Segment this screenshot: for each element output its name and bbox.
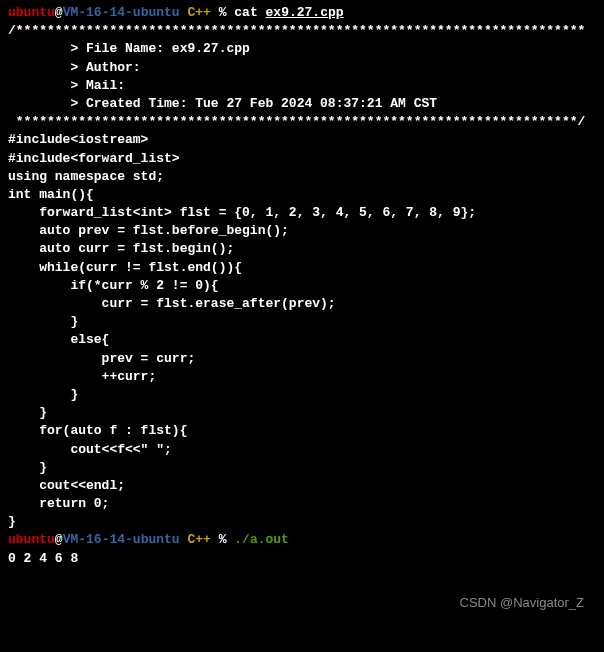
prompt-symbol: % [219, 5, 227, 20]
mail-line: > Mail: [8, 77, 596, 95]
hostname: VM-16-14-ubuntu [63, 5, 180, 20]
code-line: } [8, 386, 596, 404]
comment-border-top: /***************************************… [8, 22, 596, 40]
user: ubuntu [8, 532, 55, 547]
at-symbol: @ [55, 532, 63, 547]
code-line: } [8, 513, 596, 531]
code-line: while(curr != flst.end()){ [8, 259, 596, 277]
directory: C++ [187, 532, 210, 547]
code-line: } [8, 404, 596, 422]
program-output: 0 2 4 6 8 [8, 550, 596, 568]
command-arg: ex9.27.cpp [266, 5, 344, 20]
code-line: if(*curr % 2 != 0){ [8, 277, 596, 295]
author-line: > Author: [8, 59, 596, 77]
file-name-line: > File Name: ex9.27.cpp [8, 40, 596, 58]
at-symbol: @ [55, 5, 63, 20]
watermark: CSDN @Navigator_Z [460, 594, 584, 612]
code-line: else{ [8, 331, 596, 349]
code-line: auto prev = flst.before_begin(); [8, 222, 596, 240]
command: ./a.out [234, 532, 289, 547]
directory: C++ [187, 5, 210, 20]
code-line: #include<forward_list> [8, 150, 596, 168]
code-line: cout<<f<<" "; [8, 441, 596, 459]
code-line: curr = flst.erase_after(prev); [8, 295, 596, 313]
code-line: ++curr; [8, 368, 596, 386]
created-time-line: > Created Time: Tue 27 Feb 2024 08:37:21… [8, 95, 596, 113]
comment-border-bottom: ****************************************… [8, 113, 596, 131]
code-line: } [8, 313, 596, 331]
code-line: cout<<endl; [8, 477, 596, 495]
prompt-line-2[interactable]: ubuntu@VM-16-14-ubuntu C++ % ./a.out [8, 531, 596, 549]
prompt-symbol: % [219, 532, 227, 547]
command: cat [234, 5, 257, 20]
code-line: return 0; [8, 495, 596, 513]
code-line: using namespace std; [8, 168, 596, 186]
hostname: VM-16-14-ubuntu [63, 532, 180, 547]
prompt-line-1[interactable]: ubuntu@VM-16-14-ubuntu C++ % cat ex9.27.… [8, 4, 596, 22]
code-line: int main(){ [8, 186, 596, 204]
user: ubuntu [8, 5, 55, 20]
code-line: } [8, 459, 596, 477]
code-line: forward_list<int> flst = {0, 1, 2, 3, 4,… [8, 204, 596, 222]
code-line: #include<iostream> [8, 131, 596, 149]
code-line: prev = curr; [8, 350, 596, 368]
terminal-output: ubuntu@VM-16-14-ubuntu C++ % cat ex9.27.… [8, 4, 596, 568]
code-line: for(auto f : flst){ [8, 422, 596, 440]
code-line: auto curr = flst.begin(); [8, 240, 596, 258]
